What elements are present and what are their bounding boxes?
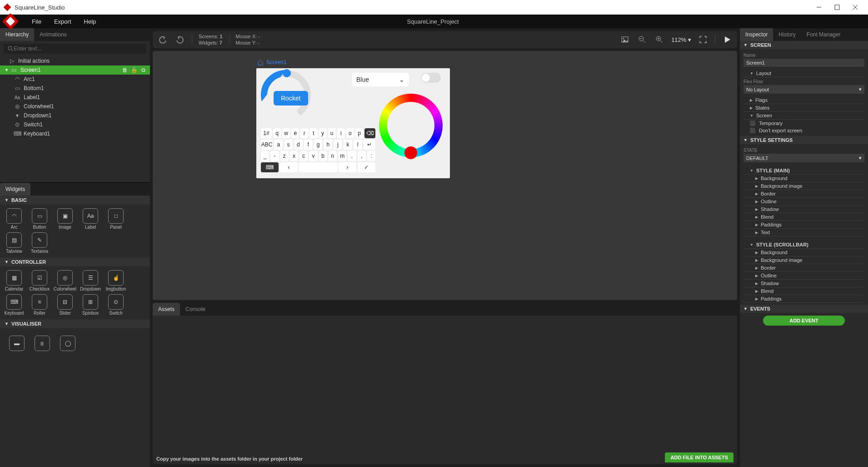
minimize-button[interactable] xyxy=(810,0,828,15)
hierarchy-item[interactable]: ◎Colorwheel1 xyxy=(0,102,150,111)
widget-tabview[interactable]: ▤Tabview xyxy=(2,231,26,255)
search-icon xyxy=(7,45,14,52)
name-input[interactable] xyxy=(743,59,864,67)
style-item-blend[interactable]: Blend xyxy=(743,287,864,295)
hierarchy-item[interactable]: ⌨Keyboard1 xyxy=(0,129,150,138)
zoom-out-button[interactable] xyxy=(637,34,648,45)
svg-point-5 xyxy=(8,46,12,50)
style-item-outline[interactable]: Outline xyxy=(743,198,864,206)
menu-help[interactable]: Help xyxy=(78,15,103,28)
maximize-button[interactable] xyxy=(828,0,846,15)
widget-label[interactable]: AaLabel xyxy=(78,207,103,231)
temporary-checkbox[interactable]: Temporary xyxy=(743,120,864,127)
widget-dropdown[interactable]: ☰Dropdown xyxy=(78,269,103,292)
flexflow-select[interactable]: No Layout▾ xyxy=(743,85,864,94)
tab-assets[interactable]: Assets xyxy=(153,303,180,316)
widget-roller[interactable]: ≡Roller xyxy=(27,293,52,316)
widget-spinbox[interactable]: ⊞Spinbox xyxy=(78,293,103,316)
widget-panel[interactable]: □Panel xyxy=(104,207,128,231)
widget-switch[interactable]: ⊙Switch xyxy=(104,293,128,316)
widget-image[interactable]: ▣Image xyxy=(53,207,77,231)
tab-hierarchy[interactable]: Hierarchy xyxy=(0,28,34,41)
widget-arc[interactable]: ◠Arc xyxy=(2,207,26,231)
duplicate-icon[interactable]: ⧉ xyxy=(140,67,146,73)
tab-history[interactable]: History xyxy=(773,28,801,41)
widget-visualiser-item[interactable]: ⫼ xyxy=(30,335,55,353)
style-item-shadow[interactable]: Shadow xyxy=(743,280,864,287)
canvas-area[interactable]: Screen1 Rocket Blue⌄ 1#qwertyuiop⌫ ABCas… xyxy=(153,51,737,300)
canvas-toolbar: Screens: 1Widgets: 7 Mouse X: -Mouse Y: … xyxy=(153,31,737,48)
widget-visualiser-item[interactable]: ▬ xyxy=(5,335,29,353)
style-item-background-image[interactable]: Background image xyxy=(743,182,864,190)
tab-widgets[interactable]: Widgets xyxy=(0,183,30,196)
fullscreen-button[interactable] xyxy=(698,34,708,45)
redo-button[interactable] xyxy=(175,34,185,45)
widget-colorwheel[interactable]: ◎Colorwheel xyxy=(53,269,77,292)
hierarchy-item[interactable]: ▾Dropdown1 xyxy=(0,111,150,120)
hierarchy-item-label: Keyboard1 xyxy=(24,131,50,137)
hierarchy-item-label: Switch1 xyxy=(24,121,43,128)
style-scrollbar-subsection[interactable]: STYLE (SCROLLBAR) xyxy=(743,241,864,249)
hierarchy-initial-actions[interactable]: ▷ Initial actions xyxy=(0,56,150,65)
state-select[interactable]: DEFAULT▾ xyxy=(743,154,864,162)
close-button[interactable] xyxy=(846,0,864,15)
states-subsection[interactable]: States xyxy=(743,104,864,112)
screen-preview[interactable]: Rocket Blue⌄ 1#qwertyuiop⌫ ABCasdfghjkl↵… xyxy=(256,68,450,178)
widget-visualiser-item[interactable]: ◯ xyxy=(55,335,80,353)
layout-subsection[interactable]: Layout xyxy=(743,70,864,77)
colorwheel-icon: ◎ xyxy=(57,270,73,286)
image-icon[interactable] xyxy=(619,34,630,45)
widget-keyboard[interactable]: ⌨Keyboard xyxy=(2,293,26,316)
zoom-in-button[interactable] xyxy=(654,34,665,45)
style-item-background[interactable]: Background xyxy=(743,175,864,182)
lock-icon[interactable]: 🔓 xyxy=(131,67,137,73)
inspector-section-screen[interactable]: SCREEN xyxy=(740,41,868,49)
undo-button[interactable] xyxy=(157,34,168,45)
delete-icon[interactable]: 🗑 xyxy=(122,67,128,73)
dont-export-checkbox[interactable]: Don't export screen xyxy=(743,127,864,134)
section-visualiser[interactable]: VISUALISER xyxy=(0,319,150,328)
widget-checkbox[interactable]: ☑Checkbox xyxy=(27,269,52,292)
inspector-section-style[interactable]: STYLE SETTINGS xyxy=(740,136,868,144)
hierarchy-item[interactable]: AaLabel1 xyxy=(0,93,150,102)
widget-slider[interactable]: ⊟Slider xyxy=(53,293,77,316)
menu-file[interactable]: File xyxy=(25,15,48,28)
widget-calendar[interactable]: ▦Calendar xyxy=(2,269,26,292)
hierarchy-item[interactable]: ⊙Switch1 xyxy=(0,120,150,129)
style-item-background[interactable]: Background xyxy=(743,249,864,256)
inspector-section-events[interactable]: EVENTS xyxy=(740,305,868,313)
flags-subsection[interactable]: Flags xyxy=(743,96,864,104)
hierarchy-item[interactable]: ▭Bottom1 xyxy=(0,84,150,93)
tab-console[interactable]: Console xyxy=(180,303,211,316)
style-item-paddings[interactable]: Paddings xyxy=(743,295,864,303)
screen-subsection[interactable]: Screen xyxy=(743,112,864,120)
section-basic[interactable]: BASIC xyxy=(0,196,150,205)
style-item-paddings[interactable]: Paddings xyxy=(743,221,864,229)
widget-textarea[interactable]: ✎Textarea xyxy=(27,231,52,255)
zoom-level[interactable]: 112% ▾ xyxy=(671,36,691,43)
hierarchy-screen1[interactable]: ▼ ▭ Screen1 🗑 🔓 ⧉ xyxy=(0,65,150,75)
style-item-blend[interactable]: Blend xyxy=(743,213,864,221)
search-input[interactable] xyxy=(14,45,143,52)
style-main-subsection[interactable]: STYLE (MAIN) xyxy=(743,167,864,175)
widget-button[interactable]: ▭Button xyxy=(27,207,52,231)
style-item-border[interactable]: Border xyxy=(743,190,864,198)
preview-key: ⌨ xyxy=(261,162,279,172)
style-item-border[interactable]: Border xyxy=(743,264,864,272)
menu-export[interactable]: Export xyxy=(48,15,78,28)
tab-inspector[interactable]: Inspector xyxy=(740,28,773,41)
widget-imgbutton[interactable]: ☝Imgbutton xyxy=(104,269,128,292)
add-event-button[interactable]: ADD EVENT xyxy=(763,316,845,326)
style-item-background-image[interactable]: Background image xyxy=(743,256,864,264)
tab-animations[interactable]: Animations xyxy=(34,28,72,41)
style-item-outline[interactable]: Outline xyxy=(743,272,864,280)
tab-font-manager[interactable]: Font Manager xyxy=(801,28,846,41)
section-controller[interactable]: CONTROLLER xyxy=(0,257,150,266)
hierarchy-search[interactable] xyxy=(4,44,146,54)
play-button[interactable] xyxy=(722,34,733,45)
style-item-shadow[interactable]: Shadow xyxy=(743,206,864,213)
chevron-down-icon: ▾ xyxy=(859,86,862,92)
style-item-text[interactable]: Text xyxy=(743,229,864,236)
hierarchy-item[interactable]: ◠Arc1 xyxy=(0,75,150,84)
add-file-button[interactable]: ADD FILE INTO ASSETS xyxy=(665,452,733,462)
